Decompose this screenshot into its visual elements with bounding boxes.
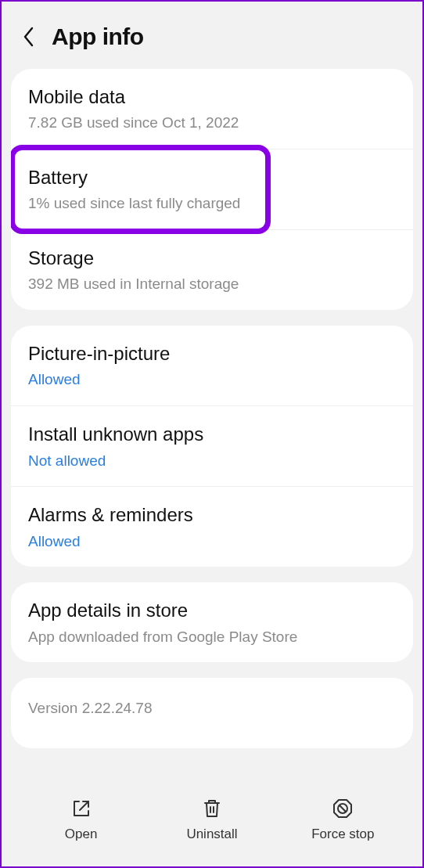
open-icon (70, 797, 93, 820)
header: App info (2, 2, 422, 69)
row-pip[interactable]: Picture-in-picture Allowed (11, 326, 413, 405)
uninstall-button[interactable]: Uninstall (146, 797, 277, 842)
version-text: Version 2.22.24.78 (28, 700, 396, 717)
row-app-details[interactable]: App details in store App downloaded from… (11, 582, 413, 662)
row-sub: Allowed (28, 531, 396, 552)
row-sub: Not allowed (28, 451, 396, 471)
row-title: Battery (28, 165, 396, 190)
row-sub: App downloaded from Google Play Store (28, 627, 396, 647)
row-sub: Allowed (28, 369, 396, 390)
row-title: Storage (28, 246, 396, 271)
force-stop-label: Force stop (311, 827, 374, 842)
row-mobile-data[interactable]: Mobile data 7.82 GB used since Oct 1, 20… (11, 69, 413, 149)
bottom-bar: Open Uninstall Force stop (2, 782, 422, 866)
row-sub: 7.82 GB used since Oct 1, 2022 (28, 113, 396, 133)
row-storage[interactable]: Storage 392 MB used in Internal storage (11, 229, 413, 310)
stop-icon (331, 797, 354, 820)
row-title: Mobile data (28, 85, 396, 110)
row-unknown-apps[interactable]: Install unknown apps Not allowed (11, 405, 413, 486)
row-sub: 392 MB used in Internal storage (28, 274, 396, 294)
uninstall-label: Uninstall (186, 827, 237, 842)
row-title: Alarms & reminders (28, 502, 396, 528)
trash-icon (200, 797, 224, 820)
page-title: App info (52, 23, 144, 50)
back-icon[interactable] (16, 26, 38, 48)
row-alarms[interactable]: Alarms & reminders Allowed (11, 486, 413, 567)
card-usage: Mobile data 7.82 GB used since Oct 1, 20… (11, 69, 413, 310)
row-title: App details in store (28, 598, 396, 623)
card-version: Version 2.22.24.78 (11, 678, 413, 748)
card-permissions: Picture-in-picture Allowed Install unkno… (11, 326, 413, 567)
row-title: Install unknown apps (28, 422, 396, 447)
open-button[interactable]: Open (16, 797, 146, 842)
row-battery[interactable]: Battery 1% used since last fully charged (11, 149, 413, 229)
row-sub: 1% used since last fully charged (28, 193, 396, 214)
open-label: Open (65, 827, 98, 842)
force-stop-button[interactable]: Force stop (278, 797, 408, 842)
row-title: Picture-in-picture (28, 341, 396, 366)
card-store: App details in store App downloaded from… (11, 582, 413, 662)
